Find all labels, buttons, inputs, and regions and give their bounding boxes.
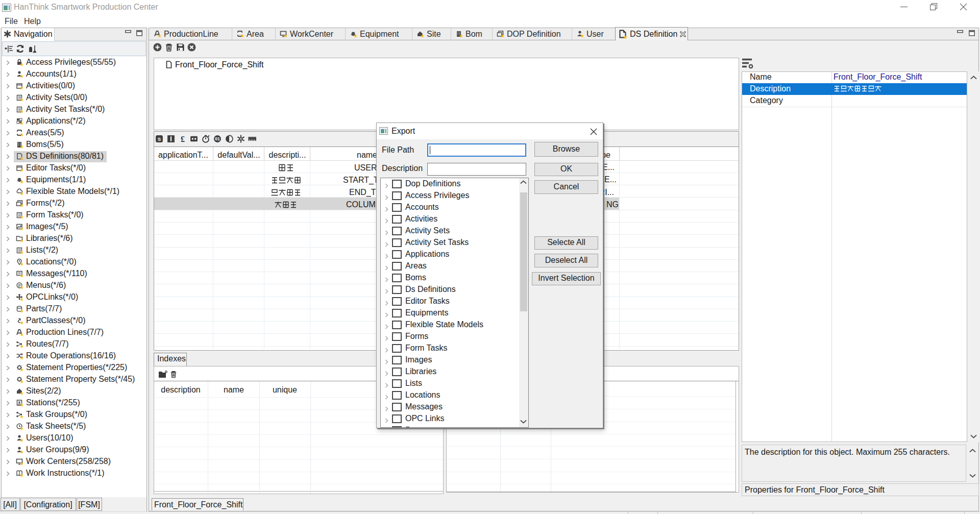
- svg-text:£: £: [181, 135, 185, 143]
- svg-text:01: 01: [215, 136, 220, 141]
- svg-text:S: S: [158, 136, 161, 142]
